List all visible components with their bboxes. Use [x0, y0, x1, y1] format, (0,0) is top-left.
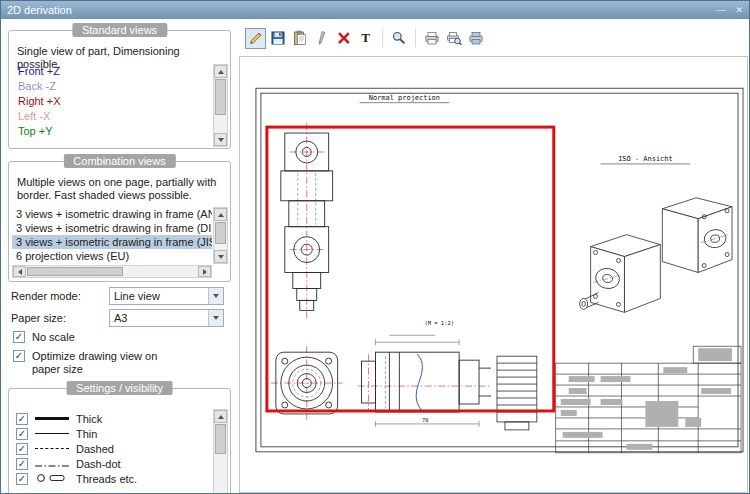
scroll-thumb[interactable]	[215, 222, 226, 244]
left-arrow-icon	[18, 269, 22, 275]
text-button[interactable]: T	[355, 28, 376, 49]
scroll-thumb[interactable]	[215, 79, 226, 115]
check-icon: ✓	[18, 459, 26, 469]
settings-visibility-title: Settings / visibility	[66, 381, 173, 395]
scroll-down-button[interactable]	[214, 250, 227, 263]
combo-item-din[interactable]: 3 views + isometric drawing in frame (DI…	[12, 221, 212, 235]
down-arrow-icon	[218, 138, 224, 142]
setting-label: Threads etc.	[76, 473, 137, 485]
combination-views-description: Multiple views on one page, partially wi…	[9, 162, 230, 202]
no-scale-option[interactable]: ✓ No scale	[13, 331, 75, 344]
setting-item-dashed[interactable]: ✓ Dashed	[13, 441, 211, 456]
sheet-title: Normal projection	[369, 94, 440, 102]
no-scale-checkbox[interactable]: ✓	[13, 331, 25, 343]
optimize-option[interactable]: ✓ Optimize drawing view on paper size	[13, 350, 184, 376]
delete-x-icon	[336, 30, 352, 46]
setting-item-threads[interactable]: ✓ Threads etc.	[13, 471, 211, 486]
combination-views-group: Combination views Multiple views on one …	[8, 161, 231, 282]
chevron-down-icon	[213, 294, 219, 298]
view-item-back[interactable]: Back -Z	[13, 79, 211, 94]
toolbar: T	[239, 23, 748, 53]
print-icon	[424, 30, 440, 46]
plot-button[interactable]	[465, 28, 486, 49]
thick-checkbox[interactable]: ✓	[16, 413, 28, 425]
thick-line-icon	[35, 417, 69, 420]
dropdown-button[interactable]	[208, 288, 223, 304]
scroll-thumb[interactable]	[27, 267, 123, 276]
standard-views-list: Front +Z Back -Z Right +X Left -X Top +Y	[13, 64, 211, 139]
check-icon: ✓	[15, 351, 23, 361]
close-button[interactable]: ✕	[735, 6, 743, 15]
view-item-top[interactable]: Top +Y	[13, 124, 211, 139]
toolbar-separator	[382, 29, 383, 47]
paper-size-select[interactable]: A3	[109, 309, 224, 327]
dropdown-button[interactable]	[208, 310, 223, 326]
view-rack	[497, 356, 537, 430]
render-mode-value: Line view	[110, 288, 208, 304]
selected-layout-frame[interactable]	[267, 127, 554, 411]
scroll-thumb[interactable]	[215, 424, 226, 454]
plot-icon	[468, 30, 484, 46]
optimize-checkbox[interactable]: ✓	[13, 350, 25, 362]
settings-visibility-list: ✓ Thick ✓ Thin ✓ Dashed ✓ Dash-d	[13, 411, 211, 486]
render-mode-select[interactable]: Line view	[109, 287, 224, 305]
combo-item-ansi[interactable]: 3 views + isometric drawing in frame (AN…	[12, 207, 212, 221]
dialog-2d-derivation: 2D derivation — ✕ Standard views Single …	[0, 0, 750, 494]
print-button[interactable]	[421, 28, 442, 49]
thin-line-icon	[35, 433, 69, 434]
standard-views-group: Standard views Single view of part, Dime…	[8, 30, 231, 149]
dimension-label: 70	[422, 417, 429, 423]
paper-size-label: Paper size:	[11, 309, 66, 327]
dashed-line-icon	[35, 448, 69, 449]
settings-visibility-group: Settings / visibility ✓ Thick ✓ Thin ✓ D…	[8, 388, 231, 494]
copy-button[interactable]	[289, 28, 310, 49]
check-icon: ✓	[18, 414, 26, 424]
stylus-button[interactable]	[311, 28, 332, 49]
drawing-canvas[interactable]: Normal projection	[240, 57, 747, 492]
chevron-down-icon	[213, 316, 219, 320]
standard-views-title: Standard views	[72, 23, 167, 37]
scroll-up-button[interactable]	[214, 65, 227, 78]
setting-label: Thin	[76, 428, 97, 440]
view-side-section	[362, 352, 491, 412]
standard-views-scrollbar[interactable]	[213, 64, 228, 147]
setting-item-thick[interactable]: ✓ Thick	[13, 411, 211, 426]
iso-view-box-a	[662, 198, 732, 273]
delete-button[interactable]	[333, 28, 354, 49]
zoom-button[interactable]	[388, 28, 409, 49]
threads-checkbox[interactable]: ✓	[16, 473, 28, 485]
titlebar[interactable]: 2D derivation — ✕	[1, 1, 749, 19]
combination-views-hscrollbar[interactable]	[12, 265, 212, 278]
check-icon: ✓	[18, 429, 26, 439]
setting-label: Dashed	[76, 443, 114, 455]
view-item-front[interactable]: Front +Z	[13, 64, 211, 79]
dashed-checkbox[interactable]: ✓	[16, 443, 28, 455]
save-button[interactable]	[267, 28, 288, 49]
combo-item-eu[interactable]: 6 projection views (EU)	[12, 249, 212, 263]
scroll-left-button[interactable]	[13, 266, 26, 277]
print-preview-button[interactable]	[443, 28, 464, 49]
setting-item-thin[interactable]: ✓ Thin	[13, 426, 211, 441]
scroll-up-button[interactable]	[214, 410, 227, 423]
left-panel: Standard views Single view of part, Dime…	[1, 19, 238, 493]
render-mode-label: Render mode:	[11, 287, 81, 305]
edit-button[interactable]	[245, 28, 266, 49]
dashdot-checkbox[interactable]: ✓	[16, 458, 28, 470]
up-arrow-icon	[218, 213, 224, 217]
view-item-left[interactable]: Left -X	[13, 109, 211, 124]
thin-checkbox[interactable]: ✓	[16, 428, 28, 440]
optimize-label: Optimize drawing view on paper size	[32, 350, 184, 376]
check-icon: ✓	[18, 474, 26, 484]
settings-scrollbar[interactable]	[213, 409, 228, 494]
no-scale-label: No scale	[32, 331, 75, 344]
check-icon: ✓	[18, 444, 26, 454]
combo-item-jis-selected[interactable]: 3 views + isometric drawing in frame (JI…	[12, 235, 212, 249]
minimize-button[interactable]: —	[716, 6, 725, 15]
combination-views-vscrollbar[interactable]	[213, 207, 228, 264]
scroll-right-button[interactable]	[198, 266, 211, 277]
scroll-up-button[interactable]	[214, 208, 227, 221]
print-preview-icon	[446, 30, 462, 46]
view-item-right[interactable]: Right +X	[13, 94, 211, 109]
scroll-down-button[interactable]	[214, 133, 227, 146]
setting-item-dashdot[interactable]: ✓ Dash-dot	[13, 456, 211, 471]
